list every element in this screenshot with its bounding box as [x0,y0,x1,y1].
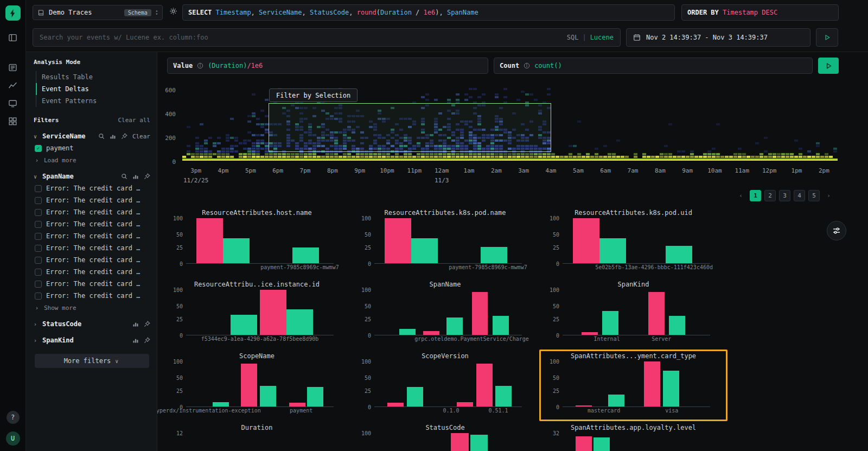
app-logo[interactable] [5,5,21,21]
pagination-page-5[interactable]: 5 [808,190,820,201]
order-by-input[interactable]: ORDER BY Timestamp DESC [681,4,839,21]
bar-green[interactable] [446,317,463,335]
bar-pink[interactable] [576,405,592,406]
facet-option[interactable]: Error: The credit card … [34,220,150,228]
bar-green[interactable] [213,402,229,406]
lang-lucene[interactable]: Lucene [590,34,614,41]
bar-green[interactable] [593,437,610,451]
user-avatar[interactable]: U [6,431,20,446]
help-button[interactable]: ? [7,411,20,424]
facet-option[interactable]: Error: The credit card … [34,256,150,264]
facet-option[interactable]: Error: The credit card … [34,185,150,192]
bars-icon[interactable] [132,173,139,180]
facet-option[interactable]: Error: The credit card … [34,208,150,216]
bar-pink[interactable] [289,403,305,406]
pin-icon[interactable] [144,337,150,344]
filter-by-selection-button[interactable]: Filter by Selection [269,88,358,102]
bar-green[interactable] [669,316,685,335]
bar-green[interactable] [663,371,679,406]
bar-green[interactable] [470,435,488,451]
facet-clear-button[interactable]: Clear [132,133,150,140]
search-icon[interactable] [98,133,105,139]
facet-option[interactable]: Error: The credit card … [34,196,150,204]
facet-header-spankind[interactable]: ›SpanKind [34,336,150,344]
facet-header-spanname[interactable]: ∨SpanName [34,173,150,180]
chart-explorer-icon[interactable] [4,77,22,93]
pagination-page-2[interactable]: 2 [764,190,776,201]
bar-pink[interactable] [648,292,665,335]
bar-pink[interactable] [644,361,660,406]
sessions-icon[interactable] [4,95,22,111]
dashboards-icon[interactable] [4,113,22,129]
bar-pink[interactable] [472,292,488,335]
bar-green[interactable] [493,316,509,335]
bars-icon[interactable] [132,337,139,344]
analysis-mode-results-table[interactable]: Results Table [36,71,150,83]
bar-green[interactable] [231,315,257,335]
run-analysis-button[interactable] [818,58,839,74]
facet-option[interactable]: Error: The credit card … [34,232,150,240]
bar-pink[interactable] [582,332,598,335]
pin-icon[interactable] [121,133,127,139]
pagination-page-1[interactable]: 1 [750,190,761,201]
bar-green[interactable] [260,386,276,406]
sql-select-input[interactable]: SELECT Timestamp, ServiceName, StatusCod… [182,4,675,21]
pagination-page-3[interactable]: 3 [779,190,790,201]
bar-green[interactable] [666,246,692,263]
lang-sql[interactable]: SQL [567,34,579,41]
bar-pink[interactable] [476,364,493,406]
pagination-prev[interactable]: ‹ [735,190,746,201]
collapse-sidebar-icon[interactable] [4,29,22,46]
facet-header-statuscode[interactable]: ›StatusCode [34,320,150,328]
bar-pink[interactable] [457,402,473,406]
bar-pink[interactable] [451,433,469,451]
bar-green[interactable] [602,311,618,335]
run-search-button[interactable] [816,28,838,47]
count-expression-input[interactable]: Count count() [494,58,813,74]
bar-pink[interactable] [385,218,411,263]
pagination-next[interactable]: › [823,190,834,201]
bar-pink[interactable] [387,403,404,406]
bar-pink[interactable] [576,436,592,451]
bar-pink[interactable] [423,331,439,335]
bar-green[interactable] [495,386,512,406]
facet-option[interactable]: Error: The credit card … [34,244,150,252]
bar-green[interactable] [411,238,438,263]
facet-option[interactable]: Error: The credit card … [34,292,150,300]
pagination-page-4[interactable]: 4 [794,190,805,201]
search-events-icon[interactable] [4,59,22,75]
pin-icon[interactable] [144,173,150,180]
bar-pink[interactable] [260,290,286,335]
search-input[interactable] [40,34,561,41]
bar-pink[interactable] [196,218,223,263]
bar-green[interactable] [407,387,423,406]
analysis-mode-event-deltas[interactable]: Event Deltas [36,83,150,95]
bar-green[interactable] [481,247,507,263]
bars-icon[interactable] [110,133,116,139]
facet-show-more-button[interactable]: ›Show more [34,304,150,312]
selection-region[interactable] [269,103,551,152]
bar-pink[interactable] [573,218,599,263]
gear-icon[interactable] [169,7,177,15]
bar-pink[interactable] [241,364,257,406]
bar-green[interactable] [286,309,313,335]
bar-green[interactable] [608,395,624,406]
date-range-picker[interactable]: Nov 2 14:39:37 - Nov 3 14:39:37 [626,28,810,47]
bars-icon[interactable] [132,321,139,327]
value-expression-input[interactable]: Value (Duration)/1e6 [167,58,488,74]
bar-green[interactable] [223,238,250,263]
facet-option[interactable]: Error: The credit card … [34,280,150,288]
facet-load-more-button[interactable]: ›Load more [34,157,150,164]
bar-green[interactable] [399,329,416,335]
chart-settings-fab[interactable] [827,221,846,240]
facet-option[interactable]: Error: The credit card … [34,268,150,276]
search-icon[interactable] [121,173,127,180]
source-selector[interactable]: Demo Traces Schema ▴▾ [33,5,163,20]
more-filters-button[interactable]: More filters ∨ [35,354,149,368]
facet-header-servicename[interactable]: ∨ServiceNameClear [34,132,150,140]
analysis-mode-event-patterns[interactable]: Event Patterns [36,95,150,107]
bar-green[interactable] [307,387,323,406]
facet-option[interactable]: ✓payment [34,144,150,152]
bar-green[interactable] [292,247,319,263]
clear-all-filters-button[interactable]: Clear all [118,117,150,124]
